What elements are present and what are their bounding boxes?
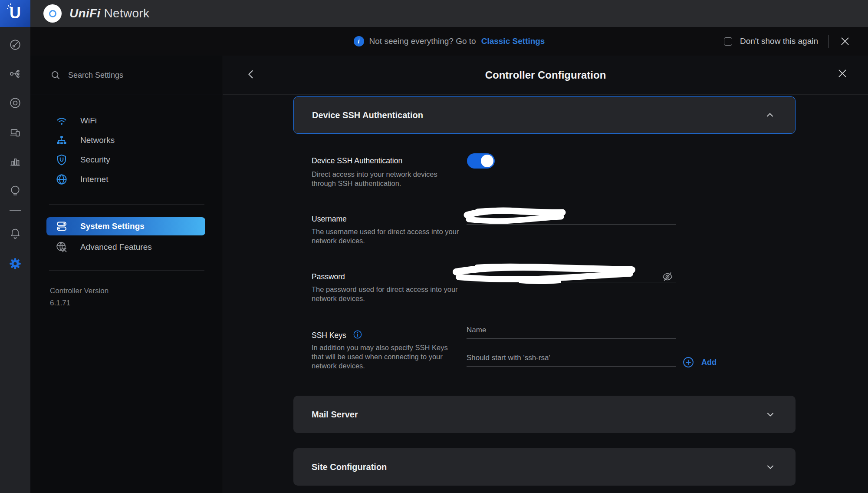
nav-notifications[interactable] <box>0 226 30 241</box>
ssh-key-name-input[interactable] <box>467 321 676 339</box>
ssh-keys-label-row: SSH Keys <box>312 329 363 342</box>
statistics-icon <box>9 155 22 168</box>
password-input[interactable] <box>467 265 676 282</box>
password-desc: The password used for direct access into… <box>312 285 459 303</box>
ssh-key-value-input[interactable] <box>467 349 676 367</box>
sidebar-item-networks[interactable]: Networks <box>30 130 223 150</box>
nav-clients[interactable] <box>0 125 30 140</box>
chevron-left-icon <box>245 68 258 81</box>
plus-circle-icon <box>682 356 694 368</box>
section-title: Device SSH Authentication <box>312 110 423 120</box>
nav-topology[interactable] <box>0 66 30 81</box>
sidebar-item-label: Advanced Features <box>80 242 152 252</box>
password-visibility-toggle[interactable] <box>661 271 674 285</box>
unifi-network-app: U UniFiNetwork <box>0 0 868 493</box>
add-ssh-key-button[interactable]: Add <box>682 356 717 368</box>
networks-icon <box>55 134 68 147</box>
ssh-key-name-field[interactable] <box>467 321 676 338</box>
ssh-keys-info-button[interactable] <box>352 329 363 342</box>
password-input-field[interactable] <box>467 265 676 282</box>
toggle-knob <box>481 155 493 167</box>
panel-close-button[interactable] <box>837 68 848 81</box>
system-settings-icon <box>55 220 68 233</box>
password-label: Password <box>312 272 345 281</box>
add-button-label: Add <box>701 358 717 367</box>
username-desc: The username used for direct access into… <box>312 227 459 245</box>
search-settings[interactable]: Search Settings <box>50 56 123 95</box>
advanced-features-icon <box>55 241 68 254</box>
nav-devices[interactable] <box>0 96 30 110</box>
sidebar-item-system-settings-active[interactable]: System Settings <box>46 217 205 235</box>
rail-divider <box>10 210 21 211</box>
sidebar-item-internet[interactable]: Internet <box>30 169 223 189</box>
banner-message: Not seeing everything? Go to <box>369 36 476 46</box>
ssh-toggle-desc: Direct access into your network devices … <box>312 170 459 188</box>
ssh-toggle[interactable] <box>467 153 495 169</box>
username-input-field[interactable] <box>467 207 676 224</box>
notification-banner: i Not seeing everything? Go to Classic S… <box>30 27 868 56</box>
back-button[interactable] <box>245 68 258 83</box>
topology-icon <box>9 67 22 80</box>
sidebar-item-advanced-features[interactable]: Advanced Features <box>30 237 223 257</box>
page-title: Controller Configuration <box>485 69 606 81</box>
sidebar-item-label: WiFi <box>80 116 97 126</box>
banner-separator <box>829 35 829 48</box>
search-icon <box>50 69 61 81</box>
eye-off-icon <box>661 271 674 283</box>
section-mail-server[interactable]: Mail Server <box>293 396 796 433</box>
ssh-keys-desc: In addition you may also specify SSH Key… <box>312 343 459 371</box>
devices-icon <box>9 96 22 109</box>
close-icon <box>837 68 848 79</box>
ubiquiti-u-icon: U <box>10 5 21 21</box>
ssh-key-value-field[interactable] <box>467 349 676 366</box>
sidebar-divider <box>49 204 204 205</box>
nav-insights[interactable] <box>0 183 30 198</box>
nav-dashboard[interactable] <box>0 37 30 52</box>
nav-settings-active[interactable] <box>0 256 30 271</box>
brand-unifi: UniFi <box>69 7 101 20</box>
top-bar: UniFiNetwork <box>30 0 868 27</box>
dont-show-again-label: Don't show this again <box>740 36 818 46</box>
close-icon <box>839 36 851 47</box>
dont-show-again-checkbox[interactable] <box>724 37 732 46</box>
clients-icon <box>9 126 22 139</box>
search-placeholder: Search Settings <box>68 71 123 80</box>
sidebar-divider <box>30 95 223 95</box>
banner-close-button[interactable] <box>839 36 851 47</box>
sidebar-item-security[interactable]: Security <box>30 150 223 169</box>
section-title: Site Configuration <box>312 462 387 472</box>
info-icon: i <box>354 36 364 46</box>
nav-statistics[interactable] <box>0 154 30 169</box>
info-circle-icon <box>352 329 363 340</box>
app-title: UniFiNetwork <box>69 7 149 20</box>
controller-version-label: Controller Version <box>50 285 108 297</box>
wifi-icon <box>55 114 68 127</box>
brand-network: Network <box>104 7 150 20</box>
notifications-bell-icon <box>9 227 22 240</box>
ubiquiti-logo[interactable]: U <box>0 0 30 27</box>
unifi-device-icon <box>43 4 62 23</box>
settings-sidebar: Search Settings WiFi Ne <box>30 56 223 493</box>
controller-configuration-panel: Controller Configuration Device SSH Auth… <box>223 56 868 493</box>
sidebar-divider <box>49 270 204 271</box>
security-shield-icon <box>55 153 68 166</box>
sidebar-item-label: System Settings <box>80 222 145 231</box>
sidebar-item-label: Networks <box>80 136 115 145</box>
classic-settings-link[interactable]: Classic Settings <box>481 36 545 46</box>
panel-header: Controller Configuration <box>223 56 868 95</box>
section-device-ssh-authentication[interactable]: Device SSH Authentication <box>293 96 796 134</box>
icon-rail <box>0 27 30 493</box>
controller-version-value: 6.1.71 <box>50 297 108 309</box>
username-label: Username <box>312 215 347 224</box>
ssh-keys-label: SSH Keys <box>312 331 346 340</box>
sidebar-item-wifi[interactable]: WiFi <box>30 111 223 130</box>
username-input[interactable] <box>467 207 676 225</box>
section-title: Mail Server <box>312 410 358 420</box>
chevron-down-icon <box>765 409 776 420</box>
internet-globe-icon <box>55 173 68 186</box>
dashboard-icon <box>9 38 22 51</box>
logo-dots-decoration <box>8 5 9 7</box>
ssh-toggle-label: Device SSH Authentication <box>312 156 402 165</box>
section-site-configuration[interactable]: Site Configuration <box>293 448 796 486</box>
controller-version: Controller Version 6.1.71 <box>50 285 108 309</box>
